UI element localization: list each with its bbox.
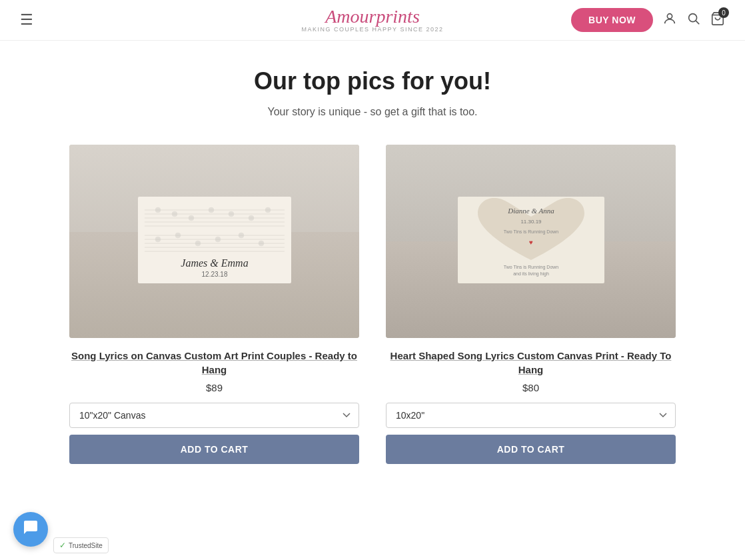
product-image-2: Dianne & Anna 11.30.19 Two Tins is Runni…: [386, 145, 676, 338]
logo-text: Amourprints: [302, 7, 444, 26]
svg-text:Dianne & Anna: Dianne & Anna: [507, 207, 554, 215]
product-select-2[interactable]: 10x20" 16x24" 20x30": [386, 403, 676, 428]
svg-point-22: [155, 237, 161, 242]
svg-point-23: [175, 233, 181, 238]
buy-now-button[interactable]: BUY NOW: [571, 8, 653, 32]
svg-point-27: [259, 241, 264, 246]
canvas-artwork-2: Dianne & Anna 11.30.19 Two Tins is Runni…: [458, 197, 604, 286]
add-to-cart-button-1[interactable]: ADD TO CART: [69, 435, 359, 464]
svg-point-25: [215, 237, 221, 242]
cart-badge: 0: [718, 7, 729, 18]
svg-text:Two Tins is Running Down: Two Tins is Running Down: [503, 265, 558, 270]
svg-text:James & Emma: James & Emma: [181, 257, 248, 269]
main-content: Our top pics for you! Your story is uniq…: [56, 41, 689, 504]
svg-text:12.23.18: 12.23.18: [201, 271, 227, 278]
svg-text:♥: ♥: [529, 239, 533, 246]
svg-text:11.30.19: 11.30.19: [520, 219, 542, 225]
svg-point-21: [265, 207, 271, 213]
product-grid: James & Emma 12.23.18 Song Lyrics on Can…: [69, 145, 676, 464]
svg-text:and its living high: and its living high: [513, 271, 549, 277]
svg-point-0: [667, 13, 672, 18]
product-title-2: Heart Shaped Song Lyrics Custom Canvas P…: [386, 349, 676, 377]
svg-point-20: [249, 215, 254, 221]
product-select-1[interactable]: 10"x20" Canvas 16"x24" Canvas 20"x30" Ca…: [69, 403, 359, 428]
svg-text:Two Tins is Running Down: Two Tins is Running Down: [503, 229, 558, 235]
svg-point-19: [229, 211, 234, 217]
product-card-2: Dianne & Anna 11.30.19 Two Tins is Runni…: [386, 145, 676, 464]
page-subtitle: Your story is unique - so get a gift tha…: [69, 106, 676, 118]
search-icon[interactable]: [686, 11, 701, 29]
canvas-artwork-1: James & Emma 12.23.18: [138, 197, 291, 286]
user-icon[interactable]: [662, 11, 677, 29]
add-to-cart-button-2[interactable]: ADD TO CART: [386, 435, 676, 464]
header-left: ☰: [20, 11, 33, 29]
svg-point-17: [189, 215, 194, 221]
product-card-1: James & Emma 12.23.18 Song Lyrics on Can…: [69, 145, 359, 464]
svg-point-26: [239, 233, 244, 238]
svg-point-15: [155, 207, 161, 213]
svg-point-18: [209, 207, 214, 213]
product-price-2: $80: [386, 382, 676, 393]
product-image-1: James & Emma 12.23.18: [69, 145, 359, 338]
svg-point-16: [172, 211, 177, 217]
site-header: ☰ Amourprints MAKING COUPLES HAPPY SINCE…: [0, 0, 745, 41]
svg-line-2: [696, 21, 699, 24]
product-title-1: Song Lyrics on Canvas Custom Art Print C…: [69, 349, 359, 377]
svg-point-1: [689, 13, 697, 21]
logo-container: Amourprints MAKING COUPLES HAPPY SINCE 2…: [302, 7, 444, 33]
svg-point-24: [195, 241, 201, 246]
page-headline: Our top pics for you!: [69, 67, 676, 95]
header-right: BUY NOW 0: [571, 8, 725, 32]
product-price-1: $89: [69, 382, 359, 393]
menu-icon[interactable]: ☰: [20, 11, 33, 29]
cart-container[interactable]: 0: [710, 11, 725, 29]
logo-sub: MAKING COUPLES HAPPY SINCE 2022: [302, 26, 444, 33]
